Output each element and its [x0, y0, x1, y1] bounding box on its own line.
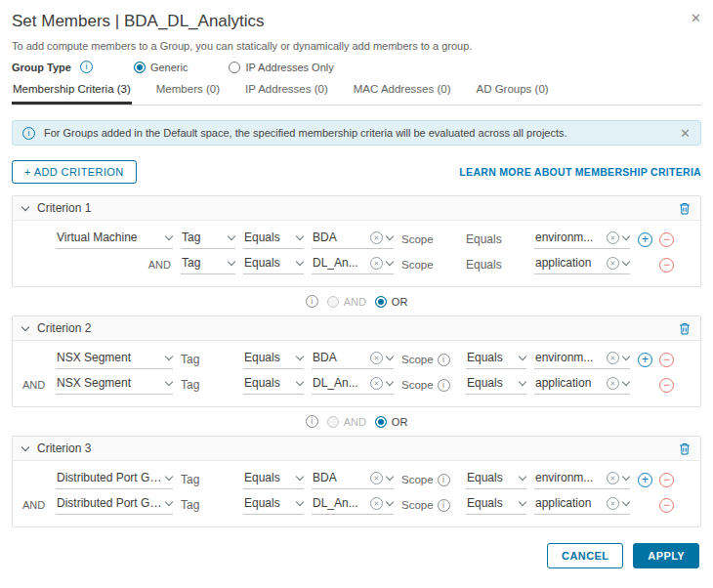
member-type-select[interactable]: Virtual Machine: [56, 230, 173, 249]
criterion-3-header[interactable]: Criterion 3: [13, 437, 700, 461]
tab-members[interactable]: Members (0): [155, 78, 221, 105]
member-type-select[interactable]: Distributed Port Group: [56, 495, 173, 515]
add-row-icon[interactable]: +: [638, 353, 652, 367]
join-or-radio[interactable]: [375, 296, 387, 308]
add-row-icon[interactable]: +: [638, 473, 652, 487]
join-or-option[interactable]: OR: [375, 416, 408, 428]
collapse-chevron-icon[interactable]: [21, 202, 29, 210]
remove-row-icon[interactable]: −: [659, 473, 674, 487]
criterion-1-body: Virtual Machine Tag Equals: [13, 221, 700, 286]
operator-select[interactable]: Equals: [243, 375, 304, 395]
clear-tag-icon[interactable]: ✕: [370, 377, 383, 390]
tag-value-field[interactable]: BDA ✕: [312, 230, 394, 249]
delete-criterion-icon[interactable]: [679, 322, 691, 335]
scope-value-field[interactable]: environm... ✕: [534, 470, 630, 489]
clear-scope-icon[interactable]: ✕: [607, 352, 619, 364]
clear-tag-icon[interactable]: ✕: [370, 257, 383, 270]
clear-scope-icon[interactable]: ✕: [607, 497, 619, 510]
join-and-radio[interactable]: [327, 416, 339, 428]
dismiss-banner-icon[interactable]: ✕: [680, 127, 691, 140]
join-or-radio[interactable]: [375, 416, 387, 428]
clear-tag-icon[interactable]: ✕: [370, 472, 383, 484]
member-type-select[interactable]: NSX Segment: [56, 375, 173, 395]
tab-mac-addresses[interactable]: MAC Addresses (0): [353, 78, 452, 105]
cancel-button[interactable]: CANCEL: [547, 543, 623, 568]
clear-scope-icon[interactable]: ✕: [607, 257, 619, 270]
scope-info-icon[interactable]: i: [438, 354, 450, 366]
remove-row-icon[interactable]: −: [659, 378, 674, 393]
scope-info-icon[interactable]: i: [438, 499, 450, 512]
scope-label: Scope: [401, 379, 434, 391]
criterion-1-header[interactable]: Criterion 1: [13, 196, 700, 221]
operator-select[interactable]: Equals: [243, 495, 304, 515]
tag-value-field[interactable]: DL_An... ✕: [312, 495, 394, 515]
delete-criterion-icon[interactable]: [679, 202, 691, 215]
collapse-chevron-icon[interactable]: [21, 442, 29, 450]
learn-more-link[interactable]: LEARN MORE ABOUT MEMBERSHIP CRITERIA: [459, 166, 701, 178]
scope-value-field[interactable]: application ✕: [534, 495, 630, 515]
join-or-option[interactable]: OR: [375, 296, 408, 308]
clear-tag-icon[interactable]: ✕: [370, 352, 383, 364]
chevron-down-icon: [386, 377, 394, 385]
tab-ip-addresses[interactable]: IP Addresses (0): [244, 78, 329, 105]
tag-value-field[interactable]: DL_An... ✕: [312, 255, 394, 274]
clear-tag-icon[interactable]: ✕: [370, 231, 383, 244]
delete-criterion-icon[interactable]: [679, 442, 691, 455]
remove-row-icon[interactable]: −: [659, 258, 674, 273]
operator-select[interactable]: Equals: [243, 255, 304, 274]
scope-value-field[interactable]: application ✕: [534, 255, 630, 274]
key-select[interactable]: Tag: [181, 255, 235, 274]
member-type-value: Virtual Machine: [57, 231, 162, 244]
clear-scope-icon[interactable]: ✕: [607, 377, 619, 390]
remove-row-icon[interactable]: −: [659, 353, 674, 367]
join-info-icon[interactable]: i: [306, 415, 318, 428]
tag-value-field[interactable]: DL_An... ✕: [312, 375, 394, 395]
scope-operator-select[interactable]: Equals: [466, 495, 526, 515]
remove-row-icon[interactable]: −: [659, 498, 674, 513]
member-type-value: Distributed Port Group: [57, 496, 162, 510]
close-dialog-icon[interactable]: ✕: [691, 12, 701, 24]
tab-ad-groups[interactable]: AD Groups (0): [475, 78, 549, 105]
scope-value-field[interactable]: application ✕: [534, 375, 630, 395]
join-and-option[interactable]: AND: [327, 416, 366, 428]
scope-operator-select[interactable]: Equals: [466, 350, 526, 369]
criterion-title: Criterion 2: [37, 321, 91, 335]
chevron-down-icon: [228, 257, 235, 265]
clear-scope-icon[interactable]: ✕: [607, 231, 619, 244]
group-type-info-icon[interactable]: i: [80, 61, 93, 73]
remove-row-icon[interactable]: −: [659, 232, 674, 247]
tag-value-field[interactable]: BDA ✕: [312, 470, 394, 489]
join-and-radio[interactable]: [327, 296, 339, 308]
criterion-2-header[interactable]: Criterion 2: [13, 316, 700, 341]
radio-generic[interactable]: Generic: [134, 62, 189, 73]
add-criterion-button[interactable]: + ADD CRITERION: [12, 160, 137, 184]
scope-value-field[interactable]: environm... ✕: [534, 350, 630, 369]
tab-membership-criteria[interactable]: Membership Criteria (3): [12, 78, 132, 105]
operator-select[interactable]: Equals: [243, 350, 304, 369]
radio-ip-only-dot[interactable]: [229, 62, 240, 73]
operator-select[interactable]: Equals: [243, 230, 304, 249]
clear-tag-icon[interactable]: ✕: [370, 497, 383, 510]
join-and-option[interactable]: AND: [327, 296, 366, 308]
scope-operator-select[interactable]: Equals: [466, 375, 526, 395]
scope-operator-select[interactable]: Equals: [466, 470, 526, 489]
member-type-select[interactable]: Distributed Port Group: [56, 470, 173, 489]
scope-value-field[interactable]: environm... ✕: [534, 230, 630, 249]
join-info-icon[interactable]: i: [306, 295, 318, 308]
criterion-panel-1: Criterion 1 Virtual Machine Tag: [12, 195, 701, 287]
apply-button[interactable]: APPLY: [633, 543, 699, 568]
tag-value-field[interactable]: BDA ✕: [312, 350, 394, 369]
member-type-select[interactable]: NSX Segment: [56, 350, 173, 369]
radio-generic-dot[interactable]: [134, 62, 146, 73]
radio-generic-label: Generic: [150, 62, 189, 73]
clear-scope-icon[interactable]: ✕: [607, 472, 619, 484]
scope-info-icon[interactable]: i: [438, 474, 450, 486]
key-select[interactable]: Tag: [181, 230, 235, 249]
scope-info-icon[interactable]: i: [438, 379, 450, 392]
radio-ip-addresses-only[interactable]: IP Addresses Only: [229, 62, 333, 73]
dialog-header: Set Members | BDA_DL_Analytics ✕: [12, 12, 701, 31]
chevron-down-icon: [386, 352, 394, 359]
collapse-chevron-icon[interactable]: [21, 322, 29, 330]
add-row-icon[interactable]: +: [638, 232, 652, 247]
operator-select[interactable]: Equals: [243, 470, 304, 489]
